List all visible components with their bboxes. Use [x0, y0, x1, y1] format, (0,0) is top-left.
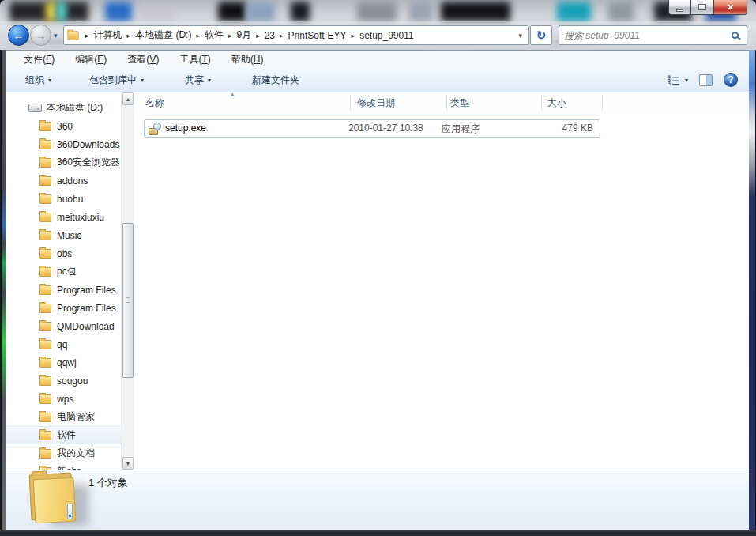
- column-header-size[interactable]: 大小: [547, 96, 566, 110]
- window-border-right: [749, 50, 756, 536]
- back-button[interactable]: ←: [8, 25, 29, 46]
- current-folder-icon: [24, 472, 90, 530]
- include-in-library-button[interactable]: 包含到库中▾: [85, 70, 149, 90]
- sidebar-item-program-files-2[interactable]: Program Files: [6, 299, 121, 317]
- help-button[interactable]: ?: [724, 73, 738, 87]
- breadcrumb-23[interactable]: 23: [261, 30, 279, 41]
- column-divider[interactable]: [446, 95, 447, 111]
- list-view-icon: [668, 75, 679, 85]
- sidebar-item-wps[interactable]: wps: [6, 390, 121, 408]
- maximize-button[interactable]: [691, 0, 713, 15]
- column-divider[interactable]: [350, 95, 351, 111]
- folder-icon: [39, 122, 51, 131]
- sidebar-item-local-disk-d[interactable]: 本地磁盘 (D:): [6, 99, 121, 117]
- file-name: setup.exe: [165, 123, 206, 134]
- window-controls: ✕: [668, 0, 747, 15]
- scroll-down-icon[interactable]: ▼: [122, 457, 134, 470]
- address-bar[interactable]: ▸ 计算机 ▸ 本地磁盘 (D:) ▸ 软件 ▸ 9月 ▸ 23 ▸ Print…: [63, 25, 529, 45]
- sidebar-scrollbar[interactable]: ▲ ▼: [121, 92, 134, 470]
- sidebar-item-qqwj[interactable]: qqwj: [6, 353, 121, 372]
- titlebar: ✕ ← → ▾ ▸ 计算机 ▸ 本地磁盘 (D:) ▸ 软件 ▸ 9月 ▸ 23…: [0, 0, 756, 50]
- forward-arrow-icon: →: [36, 29, 47, 42]
- sidebar-item-pcbao[interactable]: pc包: [6, 262, 121, 281]
- folder-icon: [39, 267, 51, 277]
- back-arrow-icon: ←: [13, 29, 24, 42]
- close-icon: ✕: [727, 1, 734, 14]
- file-type: 应用程序: [442, 123, 480, 136]
- breadcrumb-printsoft-eyy[interactable]: PrintSoft-EYY: [284, 30, 351, 41]
- scrollbar-thumb[interactable]: [122, 223, 134, 378]
- sidebar-item-wodewendang[interactable]: 我的文档: [6, 444, 121, 462]
- folder-icon: [39, 304, 51, 313]
- folder-icon: [39, 249, 51, 259]
- sidebar-item-xinobs[interactable]: 新obs: [6, 462, 121, 470]
- sidebar-item-meituxiuxiu[interactable]: meituxiuxiu: [6, 208, 121, 226]
- refresh-button[interactable]: ↻: [530, 25, 552, 45]
- file-size: 479 KB: [530, 123, 593, 134]
- sort-ascending-icon: ▴: [231, 92, 235, 98]
- drive-icon: [28, 104, 42, 112]
- sidebar-item-addons[interactable]: addons: [6, 172, 121, 190]
- share-button[interactable]: 共享▾: [180, 70, 216, 90]
- breadcrumb-9yue[interactable]: 9月: [232, 28, 255, 42]
- sidebar-item-360-browser[interactable]: 360安全浏览器: [6, 153, 121, 172]
- column-headers: ▴ 名称 修改日期 类型 大小: [134, 92, 749, 113]
- menu-edit[interactable]: 编辑(E): [75, 53, 107, 66]
- menu-help[interactable]: 帮助(H): [231, 53, 264, 66]
- folder-icon: [39, 322, 51, 331]
- breadcrumb-drive-d[interactable]: 本地磁盘 (D:): [131, 28, 195, 42]
- details-pane: 1 个对象: [6, 470, 749, 530]
- preview-pane-button[interactable]: [699, 74, 713, 86]
- breadcrumb-ruanjian[interactable]: 软件: [201, 28, 228, 42]
- menu-tools[interactable]: 工具(T): [179, 53, 210, 66]
- folder-icon: [39, 394, 51, 404]
- sidebar-item-ruanjian[interactable]: 软件: [6, 426, 121, 444]
- file-date-modified: 2010-01-27 10:38: [348, 123, 423, 134]
- sidebar-item-diannaoguanjia[interactable]: 电脑管家: [6, 408, 121, 426]
- forward-button[interactable]: →: [30, 25, 51, 46]
- scroll-up-icon[interactable]: ▲: [122, 92, 134, 105]
- sidebar-item-music[interactable]: Music: [6, 226, 121, 244]
- column-divider[interactable]: [602, 95, 603, 111]
- folder-icon: [39, 176, 51, 186]
- breadcrumb-computer[interactable]: 计算机: [90, 28, 126, 42]
- minimize-button[interactable]: [668, 0, 691, 15]
- sidebar-item-obs[interactable]: obs: [6, 244, 121, 262]
- file-row-setup-exe[interactable]: setup.exe 2010-01-27 10:38 应用程序 479 KB: [144, 119, 600, 138]
- sidebar-item-sougou[interactable]: sougou: [6, 372, 121, 390]
- sidebar-item-qmdownload[interactable]: QMDownload: [6, 317, 121, 335]
- setup-exe-icon: [149, 123, 161, 135]
- help-icon: ?: [728, 74, 733, 85]
- sidebar-item-360[interactable]: 360: [6, 117, 121, 135]
- column-header-name[interactable]: 名称: [145, 96, 164, 110]
- menu-view[interactable]: 查看(V): [127, 53, 159, 66]
- change-view-button[interactable]: ▾: [668, 75, 688, 85]
- chevron-down-icon: ▾: [208, 77, 211, 84]
- refresh-icon: ↻: [536, 28, 547, 43]
- close-button[interactable]: ✕: [713, 0, 747, 15]
- sidebar-item-qq[interactable]: qq: [6, 335, 121, 353]
- sidebar-item-huohu[interactable]: huohu: [6, 190, 121, 208]
- window-border-bottom: [0, 530, 756, 536]
- address-history-dropdown-icon[interactable]: ▾: [518, 32, 525, 40]
- file-list-pane: ▴ 名称 修改日期 类型 大小 setup.exe 2010-01-27 10:…: [134, 92, 749, 470]
- search-icon[interactable]: [732, 32, 739, 39]
- folder-icon: [39, 340, 51, 349]
- search-input[interactable]: [559, 27, 732, 43]
- folder-icon: [39, 431, 51, 440]
- maximize-icon: [698, 4, 706, 10]
- column-header-type[interactable]: 类型: [450, 96, 469, 110]
- breadcrumb-setup-99011[interactable]: setup_99011: [355, 30, 418, 41]
- folder-icon: [39, 413, 51, 422]
- sidebar-item-program-files-1[interactable]: Program Files: [6, 281, 121, 299]
- folder-tree: 本地磁盘 (D:) 360 360Downloads 360安全浏览器 addo…: [6, 92, 121, 470]
- column-divider[interactable]: [541, 95, 542, 111]
- column-header-date-modified[interactable]: 修改日期: [357, 96, 395, 110]
- menu-file[interactable]: 文件(F): [24, 53, 55, 66]
- organize-button[interactable]: 组织▾: [21, 70, 56, 90]
- folder-icon: [39, 213, 51, 222]
- new-folder-button[interactable]: 新建文件夹: [247, 70, 304, 90]
- folder-icon: [39, 358, 51, 368]
- sidebar-item-360downloads[interactable]: 360Downloads: [6, 135, 121, 153]
- recent-pages-dropdown[interactable]: ▾: [54, 32, 58, 40]
